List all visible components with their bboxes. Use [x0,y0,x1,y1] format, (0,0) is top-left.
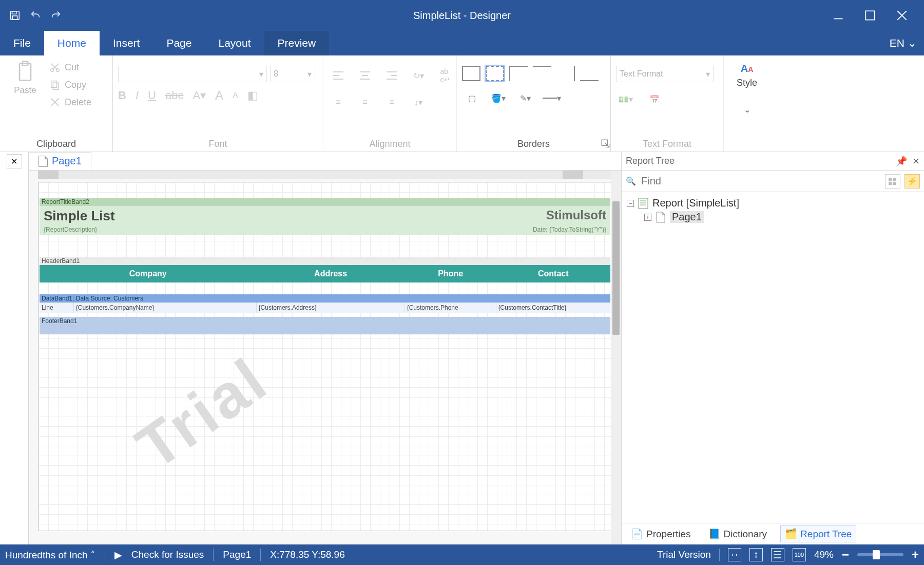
tree-node-report[interactable]: − Report [SimpleList] [627,196,919,210]
save-icon[interactable] [9,10,21,21]
close-icon[interactable] [895,9,909,22]
zoom-out-button[interactable]: − [842,548,849,562]
border-all-icon[interactable] [462,66,480,81]
data-band[interactable]: DataBand1; Data Source: Customers Line {… [40,294,610,313]
tab-file[interactable]: File [0,31,44,55]
zoom-100-button[interactable]: 100 [793,548,806,561]
border-style-icon[interactable]: ▾ [542,88,562,108]
scrollbar-thumb[interactable] [612,201,620,335]
footer-band[interactable]: FooterBand1 [40,317,610,334]
font-color-icon[interactable]: A▾ [192,89,206,102]
delete-button[interactable]: Delete [45,93,95,111]
tab-home[interactable]: Home [44,31,100,55]
shadow-icon[interactable]: ▢ [462,88,482,108]
design-canvas[interactable]: Trial ReportTitleBand2 Simple List Stimu… [29,171,621,544]
events-view-button[interactable]: ⚡ [904,174,920,189]
report-date-field[interactable]: Date: {Today.ToString("Y")} [533,226,606,233]
zoom-in-button[interactable]: + [912,548,919,562]
zoom-slider-thumb[interactable] [873,550,880,559]
dialog-launcher-icon[interactable] [601,139,610,148]
align-bottom-icon[interactable]: ≡ [382,92,401,112]
panel-tab-report-tree[interactable]: 🗂️ Report Tree [780,525,856,542]
cut-button[interactable]: Cut [45,59,95,76]
language-selector[interactable]: EN ⌄ [882,31,924,55]
report-page[interactable]: Trial ReportTitleBand2 Simple List Stimu… [38,182,612,531]
chevron-down-icon[interactable]: ⌄ [744,105,750,115]
border-top-icon[interactable] [533,66,551,81]
clear-format-icon[interactable]: ◧ [247,89,258,102]
panel-tab-dictionary[interactable]: 📘 Dictionary [704,526,771,542]
show-grid-icon[interactable]: ☰ [771,548,784,561]
snap-grid-icon[interactable]: ↕ [749,548,763,561]
tab-layout[interactable]: Layout [205,31,264,55]
close-panel-icon[interactable]: ✕ [912,156,920,167]
currency-icon[interactable]: 💵▾ [616,89,636,109]
tab-insert[interactable]: Insert [100,31,153,55]
border-color-icon[interactable]: ✎▾ [515,88,535,108]
col-phone[interactable]: Phone [405,265,496,282]
underline-icon[interactable]: U [148,89,156,102]
border-bottom-icon[interactable] [580,66,599,81]
field-line[interactable]: Line [40,303,74,313]
copy-button[interactable]: Copy [45,76,95,93]
align-middle-icon[interactable]: ≡ [355,92,375,112]
shrink-font-icon[interactable]: A [233,91,238,100]
wrap-text-icon[interactable]: abc↵ [435,66,455,85]
horizontal-ruler[interactable] [38,171,612,179]
undo-icon[interactable] [30,10,41,21]
field-company[interactable]: {Customers.CompanyName} [74,303,257,313]
align-grid-icon[interactable]: ↔ [728,548,741,561]
doc-tab-page1[interactable]: Page1 [29,152,91,170]
tab-page[interactable]: Page [153,31,205,55]
maximize-icon[interactable] [863,9,877,22]
field-phone[interactable]: {Customers.Phone [405,303,496,313]
col-company[interactable]: Company [40,265,257,282]
border-none-icon[interactable] [486,66,504,81]
col-address[interactable]: Address [257,265,405,282]
units-button[interactable]: Hundredths of Inch ˄ [5,549,95,561]
search-input[interactable] [640,175,881,187]
align-top-icon[interactable]: ≡ [329,92,348,112]
redo-icon[interactable] [50,10,62,21]
style-icon[interactable]: AA [741,63,754,74]
field-address[interactable]: {Customers.Address} [257,303,405,313]
report-description-field[interactable]: {ReportDescription} [44,226,97,233]
report-tree[interactable]: − Report [SimpleList] + Page1 [622,192,924,523]
font-size-combo[interactable]: 8 [270,66,315,82]
pin-icon[interactable]: 📌 [896,156,907,167]
border-right-icon[interactable] [556,66,575,81]
toolbox-toggle-button[interactable]: ✕ [7,154,22,168]
vertical-scrollbar[interactable] [611,171,621,544]
header-band[interactable]: HeaderBand1 Company Address Phone Contac… [40,257,610,282]
expand-icon[interactable]: + [644,214,651,221]
paste-button[interactable]: Paste [5,59,45,98]
text-format-combo[interactable]: Text Format [616,66,714,82]
zoom-slider[interactable] [857,553,903,556]
tab-preview[interactable]: Preview [264,31,330,55]
date-icon[interactable]: 📅 [645,89,664,109]
minimize-icon[interactable] [832,9,845,22]
align-center-icon[interactable] [355,66,375,85]
italic-icon[interactable]: I [136,89,139,102]
border-left-icon[interactable] [509,66,528,81]
panel-tab-properties[interactable]: 📄 Properties [627,526,695,542]
grid-view-button[interactable] [885,174,900,189]
bold-icon[interactable]: B [118,89,126,102]
brand-text[interactable]: Stimulsoft [546,208,606,224]
fill-color-icon[interactable]: 🪣▾ [489,88,508,108]
strikethrough-icon[interactable]: abc [165,89,183,102]
tree-node-page1[interactable]: + Page1 [644,210,919,224]
check-issues-button[interactable]: Check for Issues [131,549,204,560]
report-title-band[interactable]: ReportTitleBand2 Simple List Stimulsoft … [40,198,610,235]
collapse-icon[interactable]: − [627,200,634,207]
align-left-icon[interactable] [329,66,348,85]
play-icon[interactable]: ▶ [114,549,122,561]
grow-font-icon[interactable]: A [215,88,223,103]
font-family-combo[interactable] [118,66,267,82]
field-contact[interactable]: {Customers.ContactTitle} [496,303,610,313]
report-title-text[interactable]: Simple List [44,208,115,224]
line-spacing-icon[interactable]: ↕▾ [409,92,428,112]
col-contact[interactable]: Contact [496,265,610,282]
align-right-icon[interactable] [382,66,401,85]
rotate-icon[interactable]: ↻▾ [409,66,428,85]
